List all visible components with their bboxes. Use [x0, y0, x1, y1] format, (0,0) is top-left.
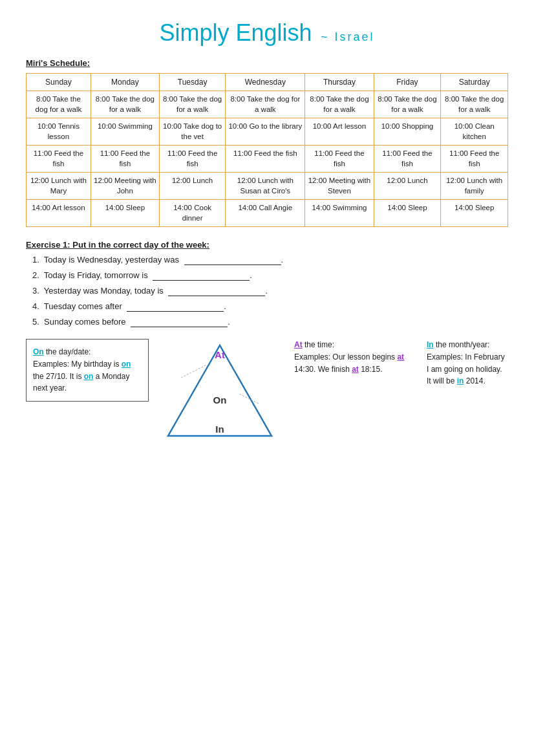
day-header: Tuesday	[159, 74, 225, 91]
schedule-row: 11:00 Feed the fish11:00 Feed the fish11…	[27, 146, 508, 173]
schedule-row: 10:00 Tennis lesson10:00 Swimming10:00 T…	[27, 118, 508, 146]
schedule-row: 8:00 Take the dog for a walk8:00 Take th…	[27, 91, 508, 118]
day-header: Wednesday	[226, 74, 305, 91]
day-header: Saturday	[441, 74, 508, 91]
schedule-cell: 12:00 Lunch	[159, 173, 225, 200]
at-text: the time:Examples: Our lesson begins	[294, 340, 397, 362]
schedule-cell: 10:00 Clean kitchen	[441, 118, 508, 146]
at-keyword: At	[294, 340, 303, 349]
on-example1: on	[122, 360, 131, 369]
fill-blank-3	[168, 286, 265, 296]
schedule-cell: 8:00 Take the dog for a walk	[27, 91, 91, 118]
in-label: In	[215, 424, 224, 435]
on-label: On	[213, 394, 227, 405]
schedule-cell: 12:00 Lunch with family	[441, 173, 508, 200]
schedule-cell: 12:00 Lunch	[374, 173, 441, 200]
on-keyword: On	[33, 347, 44, 356]
schedule-cell: 11:00 Feed the fish	[374, 146, 441, 173]
schedule-cell: 12:00 Meeting with John	[91, 173, 159, 200]
on-text: the day/date:Examples: My birthday is	[33, 347, 122, 369]
in-text2: 2014.	[466, 376, 486, 385]
fill-blank-5	[131, 317, 228, 327]
schedule-title: Miri's Schedule:	[26, 58, 508, 68]
schedule-cell: 11:00 Feed the fish	[305, 146, 374, 173]
schedule-cell: 14:00 Sleep	[441, 200, 508, 227]
schedule-cell: 14:00 Call Angie	[226, 200, 305, 227]
page-header: Simply English ~ Israel	[26, 19, 508, 47]
schedule-cell: 10:00 Art lesson	[305, 118, 374, 146]
schedule-cell: 14:00 Cook dinner	[159, 200, 225, 227]
exercise-question: 2. Today is Friday, tomorrow is .	[32, 270, 508, 281]
exercise-question: 3. Yesterday was Monday, today is .	[32, 286, 508, 296]
at-label: At	[215, 349, 225, 360]
on-text2: the 27/10. It is	[33, 372, 84, 381]
schedule-cell: 8:00 Take the dog for a walk	[305, 91, 374, 118]
day-header: Friday	[374, 74, 441, 91]
fill-blank-4	[127, 301, 224, 312]
schedule-cell: 10:00 Tennis lesson	[27, 118, 91, 146]
schedule-cell: 12:00 Meeting with Steven	[305, 173, 374, 200]
schedule-cell: 8:00 Take the dog for a walk	[374, 91, 441, 118]
schedule-row: 14:00 Art lesson14:00 Sleep14:00 Cook di…	[27, 200, 508, 227]
at-text3: 18:15.	[361, 365, 382, 374]
day-header: Sunday	[27, 74, 91, 91]
schedule-cell: 10:00 Swimming	[91, 118, 159, 146]
schedule-cell: 10:00 Go to the library	[226, 118, 305, 146]
at-example2: at	[352, 365, 359, 374]
schedule-cell: 12:00 Lunch with Mary	[27, 173, 91, 200]
prepositions-section: On the day/date:Examples: My birthday is…	[26, 339, 508, 442]
brand-title: Simply English	[160, 19, 312, 46]
schedule-cell: 11:00 Feed the fish	[159, 146, 225, 173]
day-header: Thursday	[305, 74, 374, 91]
schedule-cell: 11:00 Feed the fish	[226, 146, 305, 173]
at-box: At the time:Examples: Our lesson begins …	[291, 339, 420, 375]
in-keyword: In	[427, 340, 434, 349]
schedule-cell: 11:00 Feed the fish	[441, 146, 508, 173]
brand-subtitle: ~ Israel	[321, 30, 375, 43]
exercise-question: 1. Today is Wednesday, yesterday was .	[32, 255, 508, 265]
schedule-cell: 14:00 Swimming	[305, 200, 374, 227]
fill-blank-2	[153, 270, 250, 281]
schedule-cell: 14:00 Sleep	[91, 200, 159, 227]
exercise-question: 5. Sunday comes before .	[32, 317, 508, 327]
fill-blank-1	[184, 255, 281, 265]
exercise-title: Exercise 1: Put in the correct day of th…	[26, 240, 508, 250]
at-example1: at	[397, 352, 404, 362]
exercise-question: 4. Tuesday comes after .	[32, 301, 508, 312]
schedule-cell: 8:00 Take the dog for a walk	[159, 91, 225, 118]
schedule-cell: 11:00 Feed the fish	[91, 146, 159, 173]
schedule-row: 12:00 Lunch with Mary12:00 Meeting with …	[27, 173, 508, 200]
at-text2: 14:30. We finish	[294, 365, 352, 374]
schedule-cell: 11:00 Feed the fish	[27, 146, 91, 173]
schedule-cell: 12:00 Lunch with Susan at Ciro's	[226, 173, 305, 200]
schedule-cell: 8:00 Take the dog for a walk	[91, 91, 159, 118]
in-example1: in	[457, 376, 464, 385]
exercise-section: Exercise 1: Put in the correct day of th…	[26, 240, 508, 327]
exercise-list: 1. Today is Wednesday, yesterday was .2.…	[26, 255, 508, 327]
schedule-table: SundayMondayTuesdayWednesdayThursdayFrid…	[26, 73, 508, 227]
schedule-cell: 14:00 Art lesson	[27, 200, 91, 227]
schedule-cell: 10:00 Take dog to the vet	[159, 118, 225, 146]
schedule-cell: 8:00 Take the dog for a walk	[226, 91, 305, 118]
day-header: Monday	[91, 74, 159, 91]
schedule-cell: 14:00 Sleep	[374, 200, 441, 227]
triangle-diagram: At On In	[162, 339, 278, 442]
triangle-container: At On In	[155, 339, 284, 442]
schedule-cell: 8:00 Take the dog for a walk	[441, 91, 508, 118]
on-box: On the day/date:Examples: My birthday is…	[26, 339, 149, 401]
on-example2: on	[84, 372, 94, 381]
in-box: In the month/year:Examples: In February …	[427, 339, 508, 387]
schedule-cell: 10:00 Shopping	[374, 118, 441, 146]
